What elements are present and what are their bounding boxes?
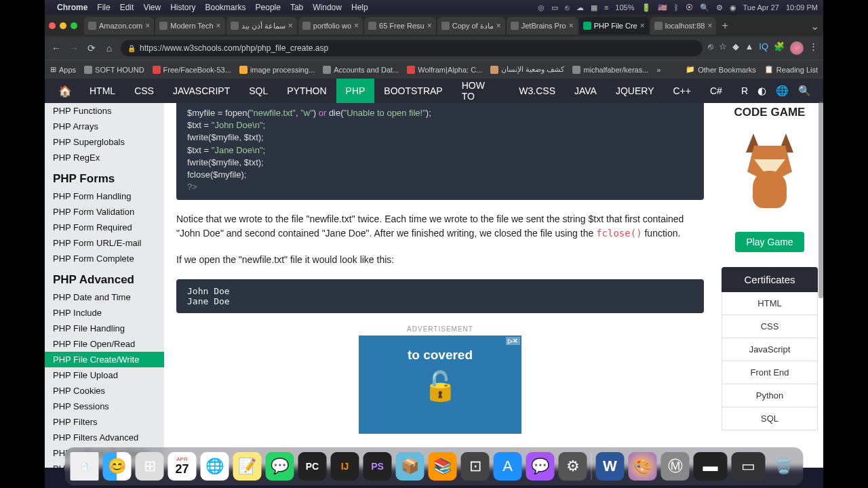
sidebar-item[interactable]: PHP Form Complete (45, 251, 164, 266)
forward-button[interactable]: → (68, 43, 80, 54)
sidebar-item[interactable]: PHP Sessions (45, 399, 164, 414)
menu-app[interactable]: Chrome (57, 3, 87, 12)
sidebar-item[interactable]: PHP Filters (45, 414, 164, 430)
bookmark-item[interactable]: image processing... (239, 66, 315, 74)
minimize-window-button[interactable] (60, 22, 66, 29)
bookmark-item[interactable]: SOFT HOUND (84, 66, 144, 74)
dock-app-icon[interactable]: 🎨 (629, 452, 657, 481)
sidebar-item[interactable]: PHP Superglobals (45, 134, 164, 150)
close-tab-icon[interactable]: × (145, 21, 150, 30)
sidebar-item[interactable]: PHP File Upload (45, 367, 164, 383)
sidebar-item[interactable]: PHP Include (45, 305, 164, 321)
nav-cpp[interactable]: C++ (664, 79, 701, 103)
status-icon[interactable]: ☁ (576, 3, 584, 12)
translate-icon[interactable]: ⎋ (708, 41, 713, 55)
bookmark-apps[interactable]: ⊞Apps (50, 65, 76, 74)
close-tab-icon[interactable]: × (427, 21, 432, 30)
sidebar-item[interactable]: PHP Date and Time (45, 289, 164, 305)
battery-icon[interactable]: 🔋 (642, 3, 651, 12)
close-window-button[interactable] (49, 22, 56, 29)
advertisement[interactable]: to covered 🔓 ▷✕ (359, 336, 521, 434)
dock-finder-icon[interactable]: 😊 (103, 452, 132, 481)
cert-link[interactable]: JavaScript (722, 338, 818, 361)
maximize-window-button[interactable] (71, 22, 77, 29)
status-icon[interactable]: ▦ (591, 3, 597, 12)
dock-settings-icon[interactable]: ⚙ (559, 452, 587, 481)
dock-intellij-icon[interactable]: IJ (331, 452, 359, 481)
bookmark-item[interactable]: Wolfram|Alpha: C... (407, 66, 482, 74)
sidebar-item[interactable]: PHP RegEx (45, 150, 164, 165)
sidebar-item[interactable]: PHP Form Validation (45, 204, 164, 220)
status-icon[interactable]: ≡ (604, 3, 608, 12)
nav-python[interactable]: PYTHON (277, 79, 336, 103)
dock-notes-icon[interactable]: 📝 (233, 452, 262, 481)
bookmark-overflow[interactable]: » (656, 66, 660, 74)
bookmark-item[interactable]: michalfaber/keras... (572, 66, 648, 74)
menu-help[interactable]: Help (351, 3, 368, 12)
menu-tab[interactable]: Tab (290, 3, 303, 12)
sidebar-item[interactable]: PHP Cookies (45, 383, 164, 399)
cert-link[interactable]: HTML (722, 292, 818, 315)
nav-php[interactable]: PHP (336, 79, 375, 103)
ext-icon[interactable]: ◆ (732, 41, 739, 55)
globe-icon[interactable]: 🌐 (776, 85, 789, 97)
close-tab-icon[interactable]: × (216, 21, 221, 30)
tab-phpfile[interactable]: PHP File Cre× (579, 17, 649, 35)
bluetooth-icon[interactable]: ᛒ (674, 3, 679, 12)
back-button[interactable]: ← (50, 43, 62, 54)
tab-localhost[interactable]: localhost:88× (650, 17, 717, 35)
sidebar-item[interactable]: PHP File Open/Read (45, 336, 164, 352)
menu-view[interactable]: View (143, 3, 161, 12)
dock-trash-icon[interactable]: 🗑️ (770, 452, 798, 481)
cert-link[interactable]: Python (722, 384, 818, 407)
play-game-button[interactable]: Play Game (735, 232, 804, 252)
dock-pycharm-icon[interactable]: PC (298, 452, 327, 481)
dock-app-icon[interactable]: ▭ (732, 452, 766, 481)
menu-icon[interactable]: ⋮ (809, 41, 818, 55)
menu-bookmarks[interactable]: Bookmarks (205, 3, 246, 12)
status-icon[interactable]: ⎋ (565, 3, 570, 12)
menu-people[interactable]: People (256, 3, 281, 12)
bookmark-star-icon[interactable]: ☆ (719, 41, 727, 55)
menu-history[interactable]: History (170, 3, 195, 12)
nav-java[interactable]: JAVA (565, 79, 606, 103)
search-icon[interactable]: 🔍 (798, 85, 811, 97)
dock-app-icon[interactable]: 📦 (396, 452, 425, 481)
menubar-date[interactable]: Tue Apr 27 (743, 3, 779, 12)
dock-chrome-icon[interactable]: 🌐 (201, 452, 229, 481)
control-center-icon[interactable]: ⚙ (716, 3, 723, 12)
close-tab-icon[interactable]: × (707, 21, 712, 30)
nav-csharp[interactable]: C# (701, 79, 732, 103)
nav-html[interactable]: HTML (80, 79, 125, 103)
nav-jquery[interactable]: JQUERY (606, 79, 664, 103)
cert-link[interactable]: Front End (722, 361, 818, 384)
nav-css[interactable]: CSS (125, 79, 163, 103)
flag-icon[interactable]: 🇺🇸 (658, 3, 667, 12)
sidebar-item[interactable]: PHP Filters Advanced (45, 430, 164, 445)
cert-link[interactable]: SQL (722, 407, 818, 430)
sidebar-item[interactable]: PHP Form URL/E-mail (45, 235, 164, 251)
tab-modern[interactable]: Modern Tech× (155, 17, 224, 35)
sidebar-item[interactable]: PHP Form Required (45, 220, 164, 235)
scrollbar-thumb[interactable] (818, 102, 823, 298)
dock-file-icon[interactable]: 📄 (71, 452, 99, 481)
search-icon[interactable]: 🔍 (700, 3, 709, 12)
reading-list[interactable]: 📋Reading List (764, 65, 818, 74)
tab-portfolio[interactable]: portfolio wo× (298, 17, 363, 35)
darkmode-icon[interactable]: ◐ (757, 85, 766, 97)
tab-arabic[interactable]: سماعة أذن بيد× (226, 17, 297, 35)
left-sidebar[interactable]: PHP Functions PHP Arrays PHP Superglobal… (45, 103, 164, 468)
siri-icon[interactable]: ◉ (730, 3, 736, 12)
dock-terminal-icon[interactable]: ▬ (694, 452, 728, 481)
wifi-icon[interactable]: ⦿ (686, 3, 693, 12)
nav-bootstrap[interactable]: BOOTSTRAP (374, 79, 452, 103)
nav-w3css[interactable]: W3.CSS (509, 79, 565, 103)
dock-app-icon[interactable]: ⊡ (461, 452, 490, 481)
cert-link[interactable]: CSS (722, 315, 818, 338)
sidebar-item-active[interactable]: PHP File Create/Write (45, 352, 164, 367)
sidebar-item[interactable]: PHP Functions (45, 103, 164, 119)
tab-jetbrains[interactable]: JetBrains Pro× (507, 17, 578, 35)
ad-close-icon[interactable]: ▷✕ (506, 337, 520, 345)
extensions-icon[interactable]: 🧩 (774, 41, 785, 55)
tab-amazon[interactable]: Amazon.com× (84, 17, 154, 35)
